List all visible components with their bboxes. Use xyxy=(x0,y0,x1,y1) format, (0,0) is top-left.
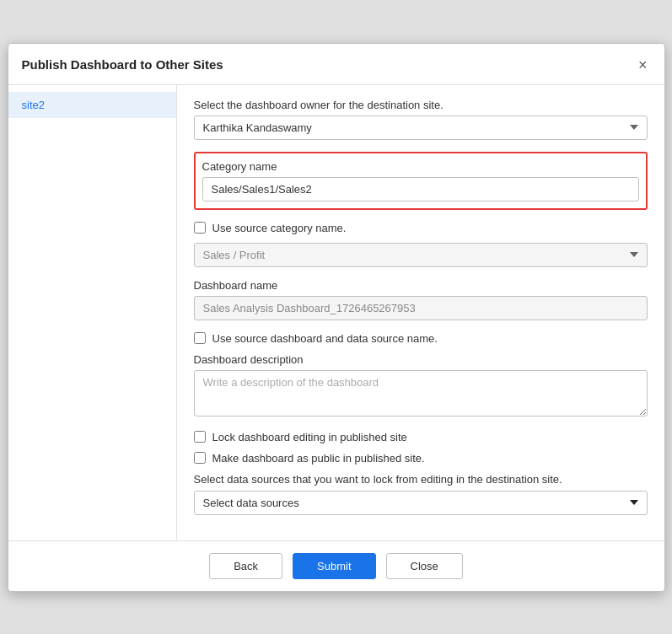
modal-header: Publish Dashboard to Other Sites × xyxy=(8,44,664,85)
data-sources-label: Select data sources that you want to loc… xyxy=(194,473,648,486)
owner-group: Select the dashboard owner for the desti… xyxy=(194,99,648,140)
use-source-category-label[interactable]: Use source category name. xyxy=(212,222,347,234)
category-name-label: Category name xyxy=(202,160,639,173)
sidebar: site2 xyxy=(8,85,177,540)
modal-body: site2 Select the dashboard owner for the… xyxy=(8,85,664,540)
dashboard-description-group: Dashboard description xyxy=(194,353,648,419)
footer-close-button[interactable]: Close xyxy=(386,553,463,579)
use-source-category-checkbox[interactable] xyxy=(194,222,206,234)
dashboard-name-group: Dashboard name xyxy=(194,279,648,320)
category-dropdown-group: Sales / Profit xyxy=(194,243,648,267)
category-name-input[interactable] xyxy=(202,177,639,201)
owner-label: Select the dashboard owner for the desti… xyxy=(194,99,648,111)
category-name-wrapper: Category name xyxy=(194,152,648,210)
close-icon-button[interactable]: × xyxy=(635,56,651,74)
dashboard-name-label: Dashboard name xyxy=(194,279,648,292)
back-button[interactable]: Back xyxy=(209,553,282,579)
modal-footer: Back Submit Close xyxy=(8,540,664,591)
use-source-name-row: Use source dashboard and data source nam… xyxy=(194,332,648,345)
sidebar-item-site2[interactable]: site2 xyxy=(8,92,176,118)
submit-button[interactable]: Submit xyxy=(293,553,375,579)
make-public-label[interactable]: Make dashboard as public in published si… xyxy=(212,452,425,465)
owner-dropdown[interactable]: Karthika Kandaswamy xyxy=(194,116,648,140)
dashboard-description-label: Dashboard description xyxy=(194,353,648,366)
lock-editing-label[interactable]: Lock dashboard editing in published site xyxy=(212,431,407,443)
form-content: Select the dashboard owner for the desti… xyxy=(177,85,664,540)
make-public-checkbox[interactable] xyxy=(194,452,206,464)
select-data-sources-dropdown[interactable]: Select data sources xyxy=(194,491,648,515)
use-source-name-label[interactable]: Use source dashboard and data source nam… xyxy=(212,332,438,345)
lock-editing-row: Lock dashboard editing in published site xyxy=(194,431,648,443)
modal-title: Publish Dashboard to Other Sites xyxy=(22,57,223,72)
dashboard-name-input[interactable] xyxy=(194,296,648,320)
use-source-name-checkbox[interactable] xyxy=(194,332,206,344)
dashboard-description-textarea[interactable] xyxy=(194,370,648,416)
category-select[interactable]: Sales / Profit xyxy=(194,243,648,267)
lock-editing-checkbox[interactable] xyxy=(194,431,206,443)
publish-modal: Publish Dashboard to Other Sites × site2… xyxy=(8,43,665,592)
data-sources-group: Select data sources that you want to loc… xyxy=(194,473,648,515)
use-source-category-row: Use source category name. xyxy=(194,222,648,234)
make-public-row: Make dashboard as public in published si… xyxy=(194,452,648,465)
